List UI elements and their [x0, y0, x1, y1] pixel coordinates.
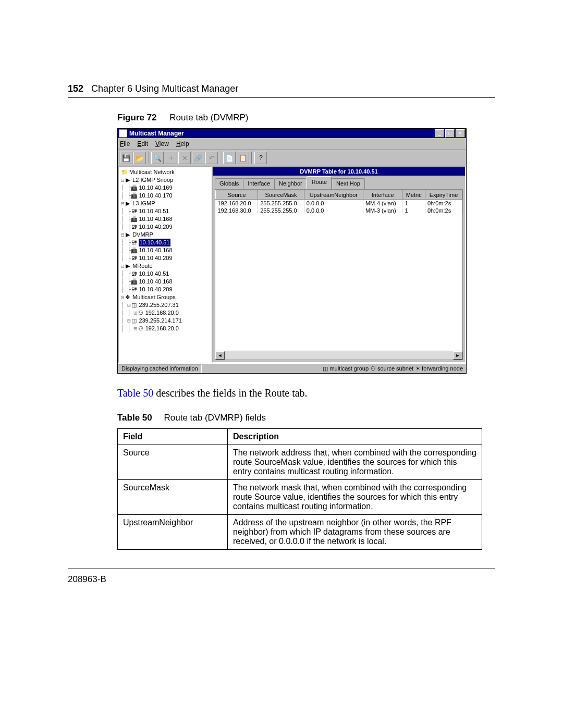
- tree-item[interactable]: │ │ ⊞⚇192.168.20.0: [121, 325, 211, 332]
- tree-root[interactable]: 📁 Multicast Network: [121, 168, 211, 176]
- maximize-button[interactable]: □: [445, 129, 455, 138]
- table-row: SourceThe network address that, when com…: [118, 445, 482, 480]
- grid-header-cell[interactable]: Source: [216, 190, 258, 200]
- tree-item[interactable]: │ ├📠10.10.40.168: [121, 278, 211, 286]
- multicast-group-icon: ◫: [323, 365, 328, 372]
- tree-item[interactable]: │ ├📠10.10.40.170: [121, 192, 211, 200]
- tree-item[interactable]: │ ├🖳10.10.40.209: [121, 286, 211, 293]
- tab-interface[interactable]: Interface: [243, 178, 275, 189]
- tree-expand-icon[interactable]: │ ├: [121, 270, 130, 278]
- tree-expand-icon[interactable]: │ ├: [121, 246, 130, 254]
- tree-node-icon: 🖳: [130, 207, 138, 215]
- tab-neighbor[interactable]: Neighbor: [274, 178, 307, 189]
- open-icon[interactable]: 📂: [133, 152, 146, 164]
- link-icon[interactable]: 🔗: [192, 152, 204, 164]
- tree-item[interactable]: │ ├🖳10.10.40.51: [121, 207, 211, 215]
- paste-icon[interactable]: 📋: [237, 152, 249, 164]
- tab-route[interactable]: Route: [307, 176, 332, 189]
- grid-header-cell[interactable]: ExpiryTime: [425, 190, 462, 200]
- tree-expand-icon[interactable]: │ ├: [121, 239, 130, 246]
- tree-node-icon: 🖳: [130, 223, 138, 231]
- tree-expand-icon[interactable]: │ ├: [121, 192, 130, 200]
- tree-expand-icon[interactable]: │ ├: [121, 278, 130, 286]
- tree-node-icon: 📠: [130, 246, 138, 254]
- tree-item[interactable]: │ ├🖳10.10.40.209: [121, 223, 211, 231]
- legend-label: multicast group: [329, 365, 369, 372]
- table-row[interactable]: 192.168.30.0255.255.255.00.0.0.0MM-3 (vl…: [216, 207, 462, 214]
- body-text: describes the fields in the Route tab.: [153, 387, 307, 399]
- doc-id: 208963-B: [68, 574, 106, 584]
- tree-expand-icon[interactable]: │ ├: [121, 286, 130, 293]
- tree-item[interactable]: │ ├🖳10.10.40.51: [121, 270, 211, 278]
- tree-item[interactable]: │ ⊟◫239.255.214.171: [121, 317, 211, 325]
- page-footer: 208963-B: [68, 569, 495, 585]
- tree-item[interactable]: ⊟▶L3 IGMP: [121, 200, 211, 207]
- table-caption-text: Route tab (DVMRP) fields: [164, 413, 266, 423]
- grid-cell: 255.255.255.0: [258, 200, 304, 207]
- plus-icon[interactable]: ＋: [165, 152, 177, 164]
- tree-item[interactable]: ⊟▶MRoute: [121, 262, 211, 270]
- tree-node-icon: 📠: [130, 184, 138, 192]
- grid-header-cell[interactable]: UpstreamNeighbor: [304, 190, 363, 200]
- tree-item[interactable]: │ ├🖳10.10.40.209: [121, 254, 211, 262]
- tree-item[interactable]: │ ├🖳10.10.40.51: [121, 239, 211, 246]
- menu-file[interactable]: File: [120, 140, 130, 147]
- grid-header-cell[interactable]: Interface: [363, 190, 402, 200]
- tree-node-label: 10.10.40.169: [139, 184, 172, 192]
- grid-header-cell[interactable]: Metric: [402, 190, 425, 200]
- menubar: File Edit View Help: [118, 138, 466, 150]
- client-area: 📁 Multicast Network ⊟▶L2 IGMP Snoop│ ├📠1…: [118, 166, 466, 363]
- table-row[interactable]: 192.168.20.0255.255.255.00.0.0.0MM-4 (vl…: [216, 200, 462, 207]
- delete-icon[interactable]: ✕: [178, 152, 191, 164]
- tree-node-icon: 🖳: [130, 286, 138, 293]
- tree-item[interactable]: ⊟▶DVMRP: [121, 231, 211, 239]
- menu-help[interactable]: Help: [176, 140, 189, 147]
- tree-node-label: 10.10.40.168: [139, 215, 172, 223]
- horizontal-scrollbar[interactable]: ◄ ►: [215, 351, 462, 360]
- tree-expand-icon[interactable]: │ ⊟: [121, 317, 130, 325]
- minimize-button[interactable]: _: [435, 129, 444, 138]
- grid-cell: 0.0.0.0: [304, 207, 363, 214]
- tree-expand-icon[interactable]: │ ⊟: [121, 301, 130, 309]
- menu-view[interactable]: View: [155, 140, 169, 147]
- grid-header-row: SourceSourceMaskUpstreamNeighborInterfac…: [216, 190, 462, 200]
- figure-label: Figure 72: [117, 113, 157, 122]
- route-grid[interactable]: SourceSourceMaskUpstreamNeighborInterfac…: [215, 190, 462, 214]
- search-icon[interactable]: 🔍: [151, 152, 164, 164]
- tree-item[interactable]: ⊟▶L2 IGMP Snoop: [121, 176, 211, 184]
- help-icon[interactable]: ？: [254, 152, 267, 164]
- tree-expand-icon[interactable]: │ │ ⊞: [121, 309, 137, 317]
- tree-pane[interactable]: 📁 Multicast Network ⊟▶L2 IGMP Snoop│ ├📠1…: [118, 166, 212, 363]
- tree-root-label: Multicast Network: [129, 168, 175, 176]
- tree-expand-icon[interactable]: │ │ ⊞: [121, 325, 137, 332]
- tree-expand-icon[interactable]: │ ├: [121, 223, 130, 231]
- copy-icon[interactable]: 📄: [223, 152, 236, 164]
- figure-caption-text: Route tab (DVMRP): [169, 113, 248, 122]
- tree-node-icon: ▶: [124, 262, 131, 270]
- tree-item[interactable]: ⊟❖Multicast Groups: [121, 293, 211, 301]
- tree-item[interactable]: │ ├📠10.10.40.168: [121, 246, 211, 254]
- window-titlebar[interactable]: Multicast Manager _ □ ×: [118, 129, 466, 138]
- save-icon[interactable]: 💾: [120, 152, 132, 164]
- grid-cell: 192.168.20.0: [216, 200, 258, 207]
- tab-globals[interactable]: Globals: [215, 178, 243, 189]
- tree-node-icon: ◫: [130, 301, 138, 309]
- menu-edit[interactable]: Edit: [137, 140, 148, 147]
- tree-expand-icon[interactable]: │ ├: [121, 215, 130, 223]
- tree-item[interactable]: │ │ ⊞⚇192.168.20.0: [121, 309, 211, 317]
- tree-expand-icon[interactable]: │ ├: [121, 184, 130, 192]
- tree-item[interactable]: │ ├📠10.10.40.169: [121, 184, 211, 192]
- scroll-left-icon[interactable]: ◄: [215, 351, 225, 360]
- tab-next-hop[interactable]: Next Hop: [332, 178, 365, 189]
- back-icon[interactable]: ↶: [205, 152, 218, 164]
- tree-expand-icon[interactable]: │ ├: [121, 207, 130, 215]
- tree-item[interactable]: │ ├📠10.10.40.168: [121, 215, 211, 223]
- grid-header-cell[interactable]: SourceMask: [258, 190, 304, 200]
- close-button[interactable]: ×: [456, 129, 465, 138]
- tree-expand-icon[interactable]: │ ├: [121, 254, 130, 262]
- table-50-link[interactable]: Table 50: [117, 387, 153, 399]
- scroll-right-icon[interactable]: ►: [453, 351, 462, 360]
- tree-node-label: L2 IGMP Snoop: [132, 176, 173, 184]
- field-description: The network address that, when combined …: [228, 445, 482, 480]
- tree-item[interactable]: │ ⊟◫239.255.207.31: [121, 301, 211, 309]
